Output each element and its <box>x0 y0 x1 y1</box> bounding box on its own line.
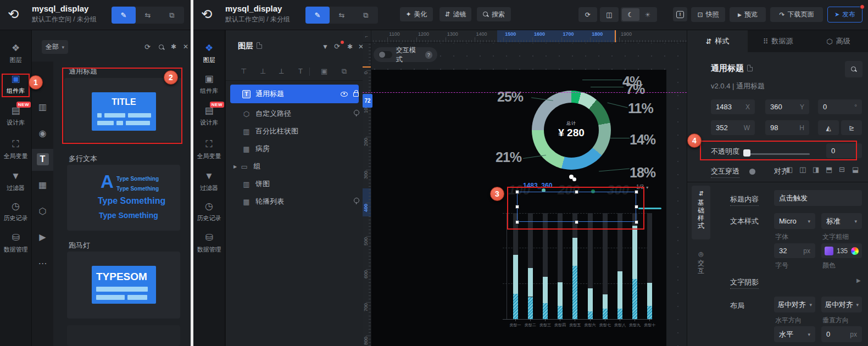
sidebar-item-图层[interactable]: ❖图层 <box>0 43 31 71</box>
layer-row-自定义路径[interactable]: ⬡自定义路径 <box>230 105 359 122</box>
ruler-corner[interactable]: ⌐ <box>363 30 371 43</box>
rotate-refresh-icon[interactable]: ⟳ <box>334 42 340 51</box>
group-icon[interactable]: ▣ <box>321 67 327 75</box>
flip-horizontal-button[interactable]: ◭ <box>818 120 839 135</box>
bar-segment-hatched[interactable] <box>528 297 533 320</box>
font-color-picker[interactable]: 135 <box>821 243 862 258</box>
bar-segment-hatched[interactable] <box>543 303 548 319</box>
color-wheel-icon[interactable] <box>851 247 859 255</box>
bar-segment-solid[interactable] <box>558 282 563 306</box>
category-tab-map[interactable]: ◉ <box>32 124 53 146</box>
align-middle-icon[interactable]: ⊟ <box>839 165 845 174</box>
font-family-dropdown[interactable]: Micro▾ <box>774 213 815 229</box>
light-mode-sun-icon[interactable]: ☀ <box>639 11 656 19</box>
position-x-input[interactable]: 1483X <box>711 99 755 114</box>
tab-style[interactable]: ⇵样式 <box>687 30 748 52</box>
download-page-button[interactable]: ↷下载页面 <box>770 7 823 22</box>
horizontal-align-dropdown[interactable]: 居中对齐▾ <box>774 297 815 312</box>
align-bottom-icon[interactable]: ⟂ <box>279 67 284 76</box>
offset-input[interactable]: 0px <box>821 326 862 342</box>
color-swatch[interactable] <box>825 247 833 255</box>
font-size-input[interactable]: 32px <box>774 243 815 258</box>
layer-row-通用标题[interactable]: T通用标题 <box>230 85 359 103</box>
sidebar-item-数据管理[interactable]: ⛁数据管理 <box>0 232 31 261</box>
align-top-icon[interactable]: ⊤ <box>241 67 247 75</box>
notice-button[interactable]: ! <box>673 7 687 21</box>
bar-segment-solid[interactable] <box>528 268 533 297</box>
category-tab-media[interactable]: ⬡ <box>32 202 53 224</box>
beautify-button[interactable]: ✦美化 <box>400 7 433 21</box>
bar-segment-solid[interactable] <box>603 294 608 309</box>
publish-button[interactable]: ➤发布 <box>827 7 863 23</box>
pages-mode-button[interactable]: ⧉ <box>354 7 378 24</box>
refresh-icon[interactable]: ⟳ <box>144 43 151 51</box>
bar-segment-solid[interactable] <box>572 238 577 266</box>
sidebar-item-全局变量[interactable]: ⛶全局变量 <box>193 139 225 168</box>
category-tab-chart[interactable]: ▥ <box>32 97 53 119</box>
snapshot-button[interactable]: ⊡快照 <box>691 7 725 22</box>
bar-segment-hatched[interactable] <box>572 266 577 319</box>
sidebar-item-设计库[interactable]: ▤设计库NEW <box>193 105 225 134</box>
sidebar-item-过滤器[interactable]: ▼过滤器 <box>193 171 225 199</box>
title-content-input[interactable]: 点击触发 <box>774 190 862 206</box>
search-button[interactable]: 搜索 <box>477 7 511 21</box>
section-tab-interaction[interactable]: ◎ 交互 <box>692 247 710 281</box>
layer-row-轮播列表[interactable]: ▦轮播列表 <box>230 193 359 210</box>
align-left-icon[interactable]: ◧ <box>786 165 793 174</box>
bar-segment-hatched[interactable] <box>603 309 608 319</box>
font-weight-dropdown[interactable]: 标准▾ <box>821 213 862 229</box>
search-icon[interactable] <box>159 44 165 51</box>
align-center-h-icon[interactable]: ◫ <box>799 165 806 174</box>
edit-mode-button[interactable]: ✎ <box>305 7 330 24</box>
dark-mode-moon-icon[interactable]: ☾ <box>622 8 639 21</box>
pin-icon[interactable] <box>354 198 359 206</box>
help-icon[interactable]: ? <box>425 51 432 59</box>
preview-button[interactable]: ▶预览 <box>730 7 766 22</box>
bar-segment-hatched[interactable] <box>632 279 637 319</box>
tab-advanced[interactable]: ⬡高级 <box>808 30 868 52</box>
position-y-input[interactable]: 360Y <box>765 99 809 114</box>
eye-icon[interactable] <box>341 90 348 98</box>
flow-mode-button[interactable]: ⇆ <box>330 7 354 24</box>
tab-datasource[interactable]: ⠿数据源 <box>748 30 808 52</box>
layer-row-百分比柱状图[interactable]: ▥百分比柱状图 <box>230 123 359 139</box>
bar-segment-solid[interactable] <box>543 277 548 303</box>
sidebar-item-历史记录[interactable]: ◷历史记录 <box>0 201 31 230</box>
sidebar-item-图层[interactable]: ❖图层 <box>193 43 225 71</box>
selection-rotate-handle[interactable] <box>572 177 576 181</box>
close-icon[interactable]: ✕ <box>183 43 188 51</box>
sidebar-item-组件库[interactable]: ▣组件库 <box>193 74 225 102</box>
bar-segment-solid[interactable] <box>513 255 518 294</box>
expander-icon[interactable]: ▶ <box>233 164 237 169</box>
text-tool-icon[interactable]: T <box>298 67 303 75</box>
edit-mode-button[interactable]: ✎ <box>112 7 136 24</box>
duplicate-icon[interactable]: ⧉ <box>342 67 347 76</box>
sidebar-item-设计库[interactable]: ▤设计库NEW <box>0 105 31 134</box>
bar-segment-hatched[interactable] <box>513 294 518 319</box>
component-card-multiline-text[interactable]: A Type Something Type Something Type Som… <box>67 165 180 231</box>
bar-segment-hatched[interactable] <box>617 309 622 319</box>
bar-segment-solid[interactable] <box>617 271 622 309</box>
flow-mode-button[interactable]: ⇆ <box>136 7 160 24</box>
layer-row-病房[interactable]: ▦病房 <box>230 141 359 157</box>
height-input[interactable]: 98H <box>765 120 809 135</box>
pages-mode-button[interactable]: ⧉ <box>160 7 184 24</box>
search-component-button[interactable] <box>845 61 863 77</box>
direction-dropdown[interactable]: 水平▾ <box>774 326 815 342</box>
bar-segment-solid[interactable] <box>647 283 652 306</box>
sidebar-item-历史记录[interactable]: ◷历史记录 <box>193 201 225 230</box>
layout-columns-button[interactable]: ◫ <box>600 7 619 22</box>
theme-toggle[interactable]: ☾ ☀ <box>621 7 657 22</box>
bar-segment-solid[interactable] <box>632 226 637 279</box>
category-tab-table[interactable]: ▦ <box>32 175 53 197</box>
layer-row-组[interactable]: ▶▭组 <box>230 158 359 175</box>
pin-icon[interactable]: ✱ <box>171 43 176 51</box>
align-top-icon[interactable]: ⬒ <box>826 165 832 174</box>
pin-icon[interactable] <box>354 110 359 118</box>
width-input[interactable]: 352W <box>711 120 755 135</box>
bar-segment-solid[interactable] <box>588 288 593 311</box>
sidebar-item-数据管理[interactable]: ⛁数据管理 <box>193 232 225 261</box>
layer-row-饼图[interactable]: ▥饼图 <box>230 176 359 192</box>
refresh-button[interactable]: ⟳ <box>578 7 597 22</box>
rotation-input[interactable]: 0° <box>818 99 862 114</box>
